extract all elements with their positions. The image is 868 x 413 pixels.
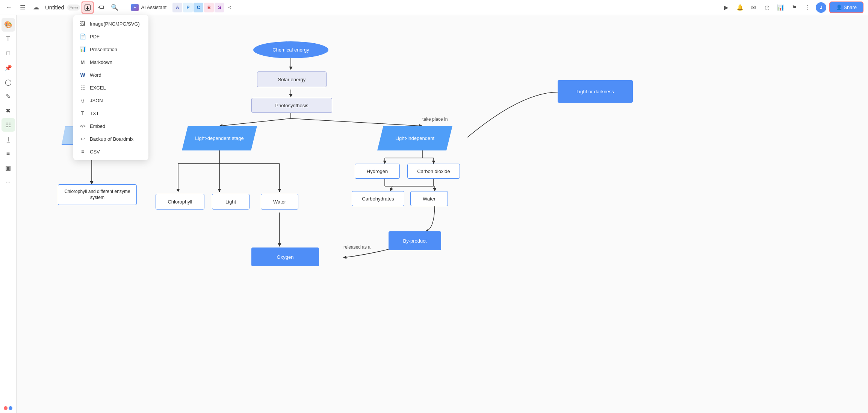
menu-item-backup[interactable]: ↩ Backup of Boardmix xyxy=(73,132,148,145)
menu-item-excel[interactable]: ☷ EXCEL xyxy=(73,81,148,94)
expand-button[interactable]: ⋮ xyxy=(802,2,813,13)
plugin-icons: A P C B S < xyxy=(172,3,234,12)
ai-label: AI Assistant xyxy=(141,5,166,10)
menu-item-image[interactable]: 🖼 Image(PNG/JPG/SVG) xyxy=(73,17,148,30)
sidebar-more[interactable]: ··· xyxy=(2,175,15,189)
node-label-chemical-energy: Chemical energy xyxy=(272,47,309,53)
node-label-solar-energy: Solar energy xyxy=(278,77,306,82)
plugin-s[interactable]: S xyxy=(215,3,224,12)
node-label-carbohydrates: Carbohydrates xyxy=(362,196,394,202)
color-red[interactable] xyxy=(4,406,8,410)
backup-icon: ↩ xyxy=(79,135,86,142)
plugin-collapse[interactable]: < xyxy=(225,3,234,12)
sidebar-template[interactable]: ▣ xyxy=(2,161,15,175)
play-button[interactable]: ▶ xyxy=(721,2,732,13)
menu-label-excel: EXCEL xyxy=(90,85,106,91)
ai-icon: ✦ xyxy=(131,4,139,11)
menu-label-markdown: Markdown xyxy=(90,59,112,65)
cloud-icon[interactable]: ☁ xyxy=(30,2,42,14)
avatar-initial: J xyxy=(820,5,823,10)
comment-button[interactable]: ✉ xyxy=(748,2,759,13)
node-solar-energy[interactable]: Solar energy xyxy=(257,71,327,87)
menu-item-csv[interactable]: ≡ CSV xyxy=(73,145,148,158)
share-button[interactable]: 👤 Share xyxy=(829,2,863,13)
menu-item-json[interactable]: {} JSON xyxy=(73,94,148,107)
node-label-water-left: Water xyxy=(273,199,286,205)
node-light-or-darkness[interactable]: Light or darkness xyxy=(558,80,633,103)
node-label-oxygen: Oxygen xyxy=(277,254,294,260)
sidebar-text[interactable]: T xyxy=(2,32,15,46)
menu-item-txt[interactable]: T TXT xyxy=(73,107,148,120)
node-light-dependent[interactable]: Light-dependent stage xyxy=(182,126,257,150)
bell-button[interactable]: 🔔 xyxy=(735,2,745,13)
sidebar-shape[interactable]: □ xyxy=(2,47,15,60)
menu-label-presentation: Presentation xyxy=(90,47,117,52)
plugin-b[interactable]: B xyxy=(204,3,214,12)
color-blue[interactable] xyxy=(9,406,12,410)
menu-item-embed[interactable]: </> Embed xyxy=(73,120,148,132)
sidebar-list[interactable]: ≡ xyxy=(2,147,15,160)
node-light[interactable]: Light xyxy=(212,194,250,210)
search-button[interactable]: 🔍 xyxy=(109,2,121,14)
plugin-p[interactable]: P xyxy=(183,3,193,12)
svg-line-6 xyxy=(291,118,422,126)
node-chlorophyll[interactable]: Chlorophyll xyxy=(156,194,204,210)
menu-item-pdf[interactable]: 📄 PDF xyxy=(73,30,148,43)
menu-item-markdown[interactable]: M Markdown xyxy=(73,56,148,68)
share-label: Share xyxy=(844,5,857,10)
menu-item-word[interactable]: W Word xyxy=(73,68,148,81)
sidebar-text2[interactable]: T̲ xyxy=(2,132,15,146)
node-water-left[interactable]: Water xyxy=(261,194,298,210)
node-label-light-or-darkness: Light or darkness xyxy=(576,89,614,94)
image-icon: 🖼 xyxy=(79,20,86,27)
node-hydrogen[interactable]: Hydrogen xyxy=(355,164,400,179)
menu-button[interactable]: ☰ xyxy=(17,2,29,14)
sidebar-components[interactable]: ◯ xyxy=(2,75,15,89)
sidebar-table[interactable]: ☷ xyxy=(2,118,15,132)
sidebar-palette[interactable]: 🎨 xyxy=(2,18,15,32)
node-carbon-dioxide[interactable]: Carbon dioxide xyxy=(407,164,460,179)
export-button[interactable] xyxy=(82,2,94,14)
node-chemical-energy[interactable]: Chemical energy xyxy=(253,41,328,58)
sidebar-bottom xyxy=(4,406,12,410)
svg-line-24 xyxy=(390,186,392,191)
node-label-chlorophyll: Chlorophyll xyxy=(168,199,192,205)
sidebar-pen[interactable]: ✎ xyxy=(2,90,15,103)
chart-button[interactable]: 📊 xyxy=(775,2,786,13)
plugin-c[interactable]: C xyxy=(194,3,203,12)
plugin-a[interactable]: A xyxy=(172,3,182,12)
node-carbohydrates[interactable]: Carbohydrates xyxy=(352,191,404,206)
user-avatar: J xyxy=(816,2,826,13)
timer-button[interactable]: ◷ xyxy=(762,2,772,13)
markdown-icon: M xyxy=(79,59,86,65)
menu-label-pdf: PDF xyxy=(90,34,100,39)
node-photosynthesis[interactable]: Photosynthesis xyxy=(251,98,332,113)
node-label-light: Light xyxy=(225,199,236,205)
node-water-right[interactable]: Water xyxy=(410,191,448,206)
export-dropdown: 🖼 Image(PNG/JPG/SVG) 📄 PDF 📊 Presentatio… xyxy=(73,15,148,160)
svg-line-4 xyxy=(219,118,291,126)
sidebar: 🎨 T □ 📌 ◯ ✎ ✖ ☷ T̲ ≡ ▣ ··· xyxy=(0,15,17,413)
sidebar-eraser[interactable]: ✖ xyxy=(2,104,15,117)
topbar-center: ✦ AI Assistant A P C B S < xyxy=(124,2,237,13)
node-oxygen[interactable]: Oxygen xyxy=(251,247,319,266)
node-label-light-independent: Light-independent xyxy=(395,135,434,141)
node-by-product[interactable]: By-product xyxy=(389,231,441,250)
node-chlorophyll-enzyme[interactable]: Chlorophyll and different enzyme system xyxy=(58,184,137,205)
pdf-icon: 📄 xyxy=(79,33,86,40)
excel-icon: ☷ xyxy=(79,84,86,91)
node-label-chlorophyll-enzyme: Chlorophyll and different enzyme system xyxy=(63,189,132,200)
sidebar-sticky[interactable]: 📌 xyxy=(2,61,15,74)
menu-label-embed: Embed xyxy=(90,123,105,129)
word-icon: W xyxy=(79,71,86,78)
menu-item-presentation[interactable]: 📊 Presentation xyxy=(73,43,148,56)
back-button[interactable]: ← xyxy=(3,2,15,14)
menu-label-image: Image(PNG/JPG/SVG) xyxy=(90,21,140,27)
flag-button[interactable]: ⚑ xyxy=(789,2,799,13)
json-icon: {} xyxy=(79,97,86,104)
doc-title: Untitled xyxy=(45,4,64,11)
tag-button[interactable]: 🏷 xyxy=(95,2,107,14)
node-light-independent[interactable]: Light-independent xyxy=(377,126,452,150)
ai-assistant-button[interactable]: ✦ AI Assistant xyxy=(127,2,171,13)
menu-label-backup: Backup of Boardmix xyxy=(90,136,133,142)
